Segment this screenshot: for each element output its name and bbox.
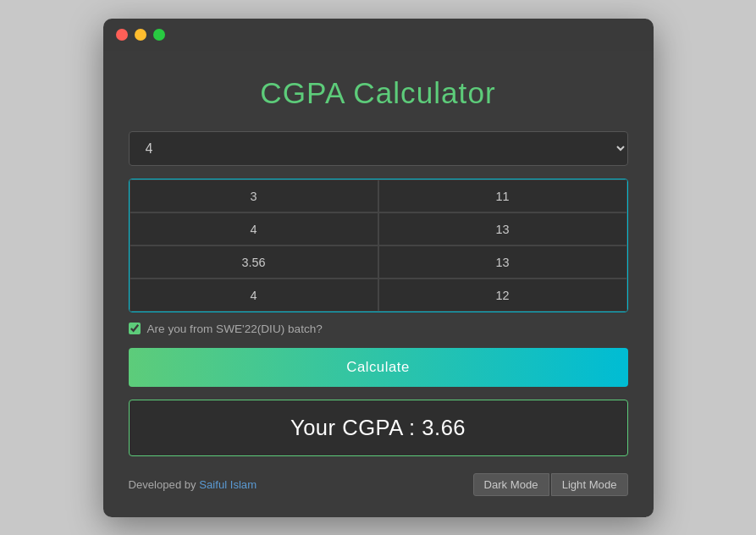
minimize-button[interactable] xyxy=(135,29,146,41)
grade-cell-2-1[interactable] xyxy=(130,212,378,245)
grade-input-4-1[interactable] xyxy=(143,289,365,302)
grade-cell-3-1[interactable] xyxy=(130,245,378,279)
grade-input-1-1[interactable] xyxy=(143,190,365,203)
credit-input-1-2[interactable] xyxy=(392,190,614,203)
mode-buttons: Dark Mode Light Mode xyxy=(473,473,628,496)
credit-input-3-2[interactable] xyxy=(392,256,614,269)
credit-cell-1-2[interactable] xyxy=(378,179,627,212)
dark-mode-button[interactable]: Dark Mode xyxy=(473,473,549,496)
batch-checkbox-row: Are you from SWE'22(DIU) batch? xyxy=(129,323,628,335)
light-mode-button[interactable]: Light Mode xyxy=(551,473,628,496)
title-bar xyxy=(103,19,654,51)
result-text: Your CGPA : 3.66 xyxy=(290,416,466,439)
credit-input-4-2[interactable] xyxy=(392,289,614,302)
app-title: CGPA Calculator xyxy=(129,76,628,110)
calculate-button[interactable]: Calculate xyxy=(129,348,628,387)
batch-checkbox[interactable] xyxy=(129,323,141,334)
grade-input-2-1[interactable] xyxy=(143,223,365,236)
table-row xyxy=(130,212,627,245)
credit-cell-2-2[interactable] xyxy=(378,212,627,245)
close-button[interactable] xyxy=(116,29,128,41)
credit-input-2-2[interactable] xyxy=(392,223,614,236)
semester-select[interactable]: 4 1 2 3 5 6 7 8 xyxy=(129,131,628,166)
grade-cell-1-1[interactable] xyxy=(130,179,378,212)
credit-prefix: Developed by xyxy=(129,478,200,491)
grades-grid xyxy=(129,179,628,312)
maximize-button[interactable] xyxy=(153,29,165,41)
table-row xyxy=(130,279,627,312)
credit-cell-4-2[interactable] xyxy=(378,279,627,312)
table-row xyxy=(130,245,627,279)
grade-cell-4-1[interactable] xyxy=(130,279,378,312)
app-window: CGPA Calculator 4 1 2 3 5 6 7 8 xyxy=(103,19,654,517)
batch-checkbox-label: Are you from SWE'22(DIU) batch? xyxy=(147,323,323,335)
footer: Developed by Saiful Islam Dark Mode Ligh… xyxy=(129,473,628,496)
credit-cell-3-2[interactable] xyxy=(378,245,627,279)
result-box: Your CGPA : 3.66 xyxy=(129,400,628,456)
author-link[interactable]: Saiful Islam xyxy=(199,478,257,491)
window-body: CGPA Calculator 4 1 2 3 5 6 7 8 xyxy=(103,51,654,517)
table-row xyxy=(130,179,627,212)
footer-credit: Developed by Saiful Islam xyxy=(129,478,257,491)
grade-input-3-1[interactable] xyxy=(143,256,365,269)
